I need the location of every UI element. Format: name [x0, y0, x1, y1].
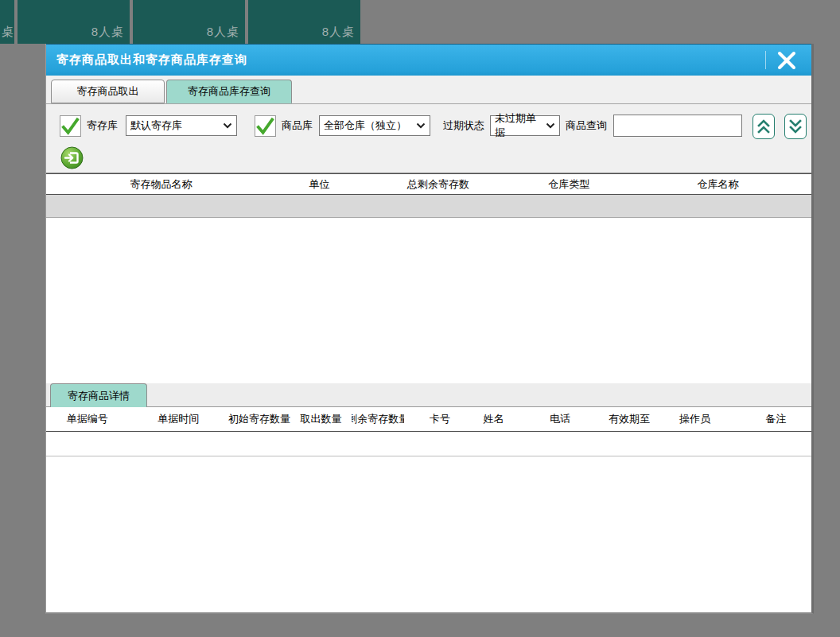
- inventory-grid-empty-row[interactable]: [46, 195, 811, 218]
- table-tile[interactable]: 8人桌: [133, 0, 245, 44]
- dialog-titlebar: 寄存商品取出和寄存商品库存查询: [46, 44, 811, 76]
- column-header[interactable]: 剩余寄存数量: [352, 407, 404, 431]
- product-store-value: 全部仓库（独立）: [324, 118, 406, 133]
- tab-deposit-inventory-query[interactable]: 寄存商品库存查询: [166, 80, 292, 103]
- titlebar-divider: [765, 51, 766, 69]
- column-header[interactable]: 备注: [740, 407, 811, 431]
- table-tile[interactable]: 8人桌: [248, 0, 360, 44]
- deposit-query-dialog: 寄存商品取出和寄存商品库存查询 寄存商品取出 寄存商品库存查询 寄存库 默认寄存…: [45, 44, 814, 614]
- double-chevron-down-icon: [788, 118, 803, 135]
- deposit-store-checkbox[interactable]: [60, 115, 81, 137]
- product-store-label: 商品库: [282, 118, 313, 133]
- column-header[interactable]: 单据时间: [129, 407, 228, 431]
- deposit-store-value: 默认寄存库: [130, 118, 182, 133]
- column-header[interactable]: 仓库名称: [624, 174, 811, 194]
- green-checkmark-icon: [255, 116, 275, 137]
- column-header[interactable]: 卡号: [404, 407, 476, 431]
- scroll-to-bottom-button[interactable]: [784, 114, 807, 139]
- column-header[interactable]: 姓名: [476, 407, 512, 431]
- deposit-store-label: 寄存库: [87, 118, 118, 133]
- product-store-select[interactable]: 全部仓库（独立）: [319, 115, 430, 136]
- close-icon: [776, 51, 797, 70]
- document-arrow-icon: [60, 146, 84, 169]
- green-checkmark-icon: [60, 116, 80, 137]
- inventory-grid-header: 寄存物品名称 单位 总剩余寄存数 仓库类型 仓库名称: [46, 173, 811, 195]
- chevron-down-icon: [546, 122, 555, 129]
- product-query-input[interactable]: [613, 115, 742, 137]
- table-tile-label: 桌: [2, 25, 14, 40]
- column-header[interactable]: 寄存物品名称: [46, 174, 276, 194]
- table-tile-label: 8人桌: [207, 25, 239, 40]
- tab-label: 寄存商品详情: [68, 389, 130, 403]
- tab-deposit-takeout[interactable]: 寄存商品取出: [51, 80, 165, 103]
- chevron-down-icon: [416, 122, 426, 129]
- scroll-to-top-button[interactable]: [752, 114, 775, 139]
- product-store-checkbox[interactable]: [255, 115, 276, 137]
- table-tile-label: 8人桌: [322, 25, 355, 40]
- filter-panel: 寄存库 默认寄存库 商品库 全部仓库（独立） 过期状态 未过期单据 商: [46, 103, 811, 173]
- tab-label: 寄存商品库存查询: [188, 84, 270, 99]
- retrieve-deposit-button[interactable]: [60, 146, 84, 169]
- column-header[interactable]: 取出数量: [290, 407, 352, 431]
- expire-status-value: 未过期单据: [495, 111, 546, 140]
- table-tile[interactable]: 8人桌: [18, 0, 130, 44]
- column-header[interactable]: 有效期至: [609, 407, 650, 431]
- column-header[interactable]: 初始寄存数量: [228, 407, 290, 431]
- detail-grid-empty-row[interactable]: [46, 432, 811, 456]
- expire-status-select[interactable]: 未过期单据: [490, 115, 560, 136]
- column-header[interactable]: 单据编号: [46, 407, 129, 431]
- tab-label: 寄存商品取出: [77, 84, 139, 99]
- tab-deposit-detail[interactable]: 寄存商品详情: [50, 383, 147, 407]
- column-header[interactable]: 操作员: [650, 407, 741, 431]
- double-chevron-up-icon: [756, 118, 771, 135]
- close-button[interactable]: [772, 50, 801, 71]
- inventory-grid: 寄存物品名称 单位 总剩余寄存数 仓库类型 仓库名称: [46, 173, 811, 383]
- column-header[interactable]: 单位: [276, 174, 364, 194]
- table-tile-label: 8人桌: [91, 25, 124, 40]
- expire-status-label: 过期状态: [443, 118, 484, 133]
- dialog-title: 寄存商品取出和寄存商品库存查询: [46, 52, 247, 68]
- detail-grid-header: 单据编号 单据时间 初始寄存数量 取出数量 剩余寄存数量 卡号 姓名 电话 有效…: [46, 407, 811, 432]
- deposit-store-select[interactable]: 默认寄存库: [126, 115, 237, 136]
- table-map-background: 桌 8人桌 8人桌 8人桌: [0, 0, 364, 44]
- detail-tabstrip: 寄存商品详情: [46, 383, 811, 407]
- table-tile-partial[interactable]: 桌: [0, 0, 14, 44]
- product-query-label: 商品查询: [566, 118, 607, 133]
- column-header[interactable]: 电话: [512, 407, 609, 431]
- chevron-down-icon: [223, 122, 232, 129]
- column-header[interactable]: 仓库类型: [514, 174, 624, 194]
- dialog-tabs: 寄存商品取出 寄存商品库存查询: [51, 80, 294, 103]
- detail-grid: 单据编号 单据时间 初始寄存数量 取出数量 剩余寄存数量 卡号 姓名 电话 有效…: [46, 407, 811, 612]
- column-header[interactable]: 总剩余寄存数: [363, 174, 513, 194]
